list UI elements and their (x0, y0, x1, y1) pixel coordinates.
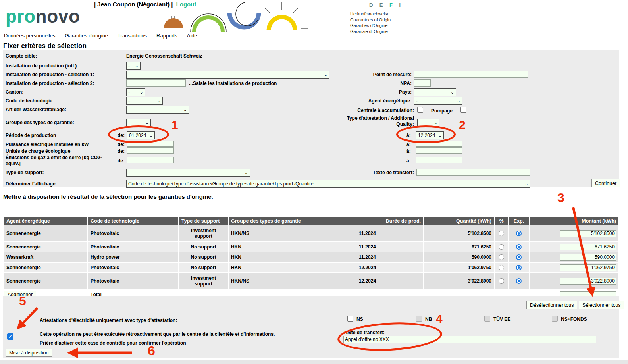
sun-arc-icon (269, 17, 295, 30)
percent-radio[interactable] (499, 254, 504, 260)
annotation-ellipse-1 (108, 125, 169, 143)
continuer-button[interactable]: Continuer (591, 179, 620, 187)
percent-radio[interactable] (499, 278, 504, 284)
cell-tech: Hydro power (88, 252, 178, 262)
chevron-down-icon: ⌄ (451, 90, 454, 94)
centrale-checkbox[interactable] (417, 107, 423, 113)
point-mesure-input[interactable] (414, 71, 528, 78)
canton-select[interactable]: -⌄ (126, 88, 145, 96)
pays-select[interactable]: ⌄ (414, 88, 456, 96)
defi-e: E (379, 2, 383, 8)
defi-letters: D E F I (364, 1, 437, 8)
annotation-number-3: 3 (557, 191, 564, 205)
compte-cible-value: Energie Genossenschaft Schweiz (126, 53, 202, 59)
nav-aide[interactable]: Aide (187, 33, 197, 39)
cell-support: Investment support (179, 273, 228, 289)
col-period: Durée de prod. (356, 217, 423, 225)
amount-input[interactable] (560, 254, 616, 261)
inst-intl-label: Installation de production (intl.): (6, 63, 78, 69)
exp-radio[interactable] (516, 231, 522, 236)
type-attestation-label: Type d'attestation / Additional Quality: (336, 116, 414, 127)
select-all-button[interactable]: Sélectionner tous (579, 301, 624, 309)
nav-garanties-origine[interactable]: Garanties d'origine (65, 33, 108, 39)
cell-qty: 671.6250 (424, 242, 494, 252)
cell-agent: Wasserkraft (4, 252, 87, 262)
inst-intl-select[interactable]: -⌄ (126, 62, 141, 70)
defi-f: F (389, 2, 393, 8)
nav-donnees-personnelles[interactable]: Données personnelles (4, 33, 55, 39)
type-support-select[interactable]: -⌄ (126, 169, 250, 177)
art-wasser-select[interactable]: -⌄ (126, 106, 189, 114)
confirm-checkbox[interactable]: ✓ (7, 333, 13, 340)
ns-fonds-checkbox[interactable] (552, 316, 558, 322)
cell-group: HKN/NS (229, 225, 356, 241)
cell-period: 12.2024 (356, 273, 423, 289)
table-row: Sonnenenergie Photovoltaic Investment su… (4, 273, 618, 289)
dome-icon (164, 18, 183, 28)
chevron-down-icon: ⌄ (457, 99, 460, 103)
cell-tech: Photovoltaic (88, 273, 178, 289)
annotation-number-2: 2 (459, 118, 466, 132)
bottom-panel: Désélectionner tous Sélectionner tous At… (3, 296, 619, 358)
amount-input[interactable] (560, 278, 616, 285)
code-tech-label: Code de technologie: (6, 98, 54, 104)
inst-sel1-select[interactable]: -⌄ (126, 71, 329, 79)
chevron-down-icon: ⌄ (434, 121, 437, 125)
inst-sel2-input[interactable] (126, 79, 186, 87)
pronovo-logo: pronovo (6, 7, 80, 25)
amount-input[interactable] (560, 244, 616, 250)
cell-group: HKN (229, 252, 356, 262)
unites-de-label: de: (118, 148, 125, 154)
agent-select[interactable]: -⌄ (414, 97, 462, 105)
percent-radio[interactable] (499, 244, 504, 250)
deselect-all-button[interactable]: Désélectionner tous (526, 301, 577, 309)
results-table: Agent énergétique Code de technologie Ty… (3, 216, 619, 300)
texte-transfert-input[interactable] (416, 169, 530, 176)
cell-support: No support (179, 242, 228, 252)
compte-cible-label: Compte cible: (6, 53, 37, 59)
amount-input[interactable] (560, 264, 616, 271)
amount-input[interactable] (560, 230, 616, 237)
ns-checkbox[interactable] (347, 316, 353, 322)
cell-period: 11.2024 (356, 252, 423, 262)
exp-radio[interactable] (516, 265, 522, 270)
percent-radio[interactable] (499, 265, 504, 270)
nb-checkbox[interactable] (416, 316, 422, 322)
table-row: Sonnenenergie Photovoltaic No support HK… (4, 263, 618, 272)
bottom-strip (0, 360, 628, 364)
cell-period: 11.2024 (356, 242, 423, 252)
col-group: Groupe des types de garantie (229, 217, 356, 225)
code-tech-select[interactable]: -⌄ (126, 97, 163, 105)
tuv-ee-checkbox[interactable] (484, 316, 490, 322)
cell-agent: Sonnenenergie (4, 263, 87, 272)
determiner-select[interactable]: Code de technologie/Type d'assistance/Gr… (126, 180, 530, 188)
exp-radio[interactable] (516, 254, 522, 260)
emissions-label: Émissions de gaz à effet de serre [kg CO… (6, 155, 116, 167)
puissance-de-label: de: (118, 142, 125, 147)
nav-transactions[interactable]: Transactions (118, 33, 147, 39)
annotation-number-4: 4 (436, 312, 443, 325)
emissions-a-input[interactable] (416, 157, 462, 163)
cell-group: HKN (229, 263, 356, 272)
annotation-number-5: 5 (19, 294, 26, 308)
table-header-row: Agent énergétique Code de technologie Ty… (4, 217, 618, 225)
inst-sel2-label: Installation de production - sélection 2… (6, 81, 94, 86)
exp-radio[interactable] (516, 244, 522, 250)
unites-de-input[interactable] (127, 147, 174, 154)
unites-a-input[interactable] (416, 147, 462, 154)
emissions-de-input[interactable] (127, 157, 174, 163)
pays-label: Pays: (333, 89, 412, 95)
cell-period: 11.2024 (356, 225, 423, 241)
exp-radio[interactable] (516, 278, 522, 284)
agent-label: Agent énergétique: (333, 98, 412, 104)
npa-input[interactable] (414, 79, 431, 87)
pompage-checkbox[interactable] (460, 107, 466, 113)
cell-tech: Photovoltaic (88, 242, 178, 252)
cell-agent: Sonnenenergie (4, 273, 87, 289)
art-wasser-label: Art der Wasserkraftanlage: (6, 107, 66, 112)
mise-a-disposition-button[interactable]: Mise à disposition (6, 349, 52, 357)
percent-radio[interactable] (499, 231, 504, 236)
attestation-label: Attestations d'électricité uniquement av… (40, 318, 177, 323)
col-exp: Exp. (509, 217, 529, 225)
nav-rapports[interactable]: Rapports (156, 33, 177, 39)
